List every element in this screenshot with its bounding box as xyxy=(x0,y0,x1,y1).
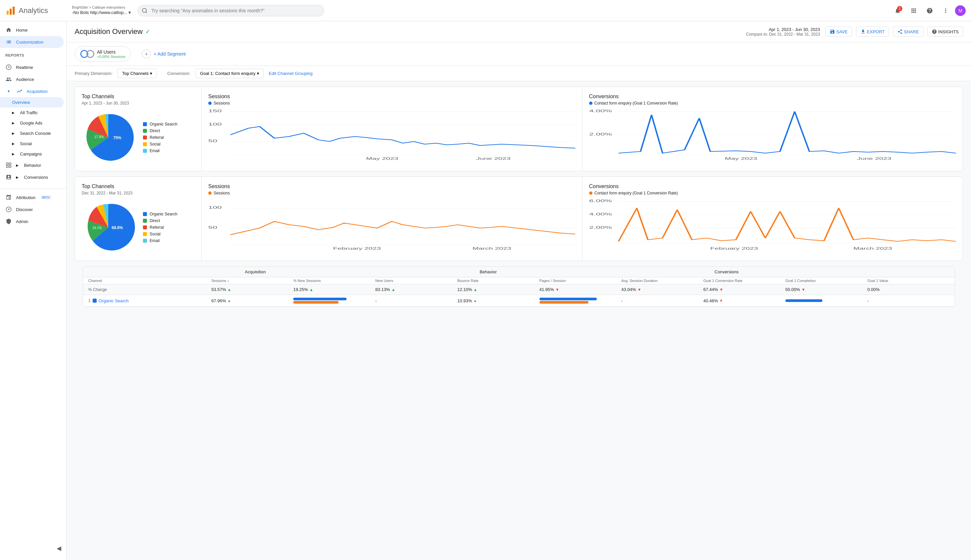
pages-bar-blue xyxy=(540,298,597,300)
pie-area-1: 75% 17.9% Organic Search xyxy=(82,111,195,164)
summary-goal1-rate-val: 67.44% xyxy=(704,287,718,292)
primary-dimension-dropdown[interactable]: Top Channels ▾ xyxy=(118,68,157,78)
sidebar-item-all-traffic[interactable]: ▶ All Traffic xyxy=(0,108,64,118)
more-button[interactable] xyxy=(939,4,953,17)
row-channel-name[interactable]: Organic Search xyxy=(99,298,129,303)
new-sessions-col-header[interactable]: % New Sessions xyxy=(293,279,375,283)
new-users-col-header[interactable]: New Users xyxy=(375,279,457,283)
customization-icon xyxy=(5,38,12,45)
behavior-icon xyxy=(5,162,12,168)
sidebar-item-realtime[interactable]: Realtime xyxy=(0,61,64,73)
svg-text:100: 100 xyxy=(208,205,222,209)
row-goal1-value: - xyxy=(867,298,949,303)
sidebar-item-conversions[interactable]: ▶ Conversions xyxy=(0,171,64,183)
row-goal1-rate-arrow: ▼ xyxy=(719,298,723,303)
notifications-button[interactable]: 1 xyxy=(891,4,904,17)
add-segment-button[interactable]: + + Add Segment xyxy=(136,47,191,61)
conversions-line-chart-2: 6.00% 4.00% 2.00% February 2023 March 20… xyxy=(589,198,956,252)
chart4-title: Top Channels xyxy=(82,183,195,190)
sidebar-item-social[interactable]: ▶ Social xyxy=(0,138,64,149)
insights-button[interactable]: INSIGHTS xyxy=(928,27,963,37)
channel-col-header[interactable]: Channel xyxy=(88,279,211,283)
verified-icon: ✓ xyxy=(145,28,150,35)
sidebar-item-acquisition[interactable]: ▾ Acquisition xyxy=(0,85,64,97)
legend-item-email-2: Email xyxy=(143,238,177,243)
sessions-dot-2 xyxy=(208,192,212,195)
search-wrapper xyxy=(138,5,324,16)
sidebar-item-attribution[interactable]: Attribution BETA xyxy=(0,192,64,203)
help-button[interactable] xyxy=(923,4,936,17)
summary-avg-session: 43.04% ▼ xyxy=(622,287,704,292)
page-title: Acquisition Overview xyxy=(75,27,143,36)
sidebar-item-overview[interactable]: Overview xyxy=(0,97,64,108)
legend-2: Organic Search Direct Referral xyxy=(143,212,177,243)
conversion-label: Conversion: xyxy=(167,71,190,76)
svg-text:75%: 75% xyxy=(113,135,121,140)
sidebar-item-home[interactable]: Home xyxy=(0,24,64,36)
summary-pages-session: 41.95% ▼ xyxy=(540,287,622,292)
summary-new-sessions-val: 19.25% xyxy=(293,287,308,292)
summary-avg-session-val: 43.04% xyxy=(622,287,636,292)
conversion-dropdown[interactable]: Goal 1: Contact form enquiry ▾ xyxy=(196,68,263,78)
sidebar-item-admin[interactable]: Admin xyxy=(0,215,64,227)
avg-session-col-header[interactable]: Avg. Session Duration xyxy=(622,279,704,283)
account-selector[interactable]: BrightSite > Calliope-Interpreters -No B… xyxy=(69,4,134,17)
collapse-sidebar-button[interactable]: ◀ xyxy=(54,542,64,555)
goal1-rate-col-header[interactable]: Goal 1 Conversion Rate xyxy=(704,279,785,283)
sidebar-item-audience[interactable]: Audience xyxy=(0,73,64,85)
chart4-date: Dec 31, 2022 - Mar 31, 2023 xyxy=(82,191,195,195)
row-new-sessions-bar xyxy=(293,298,375,303)
legend-label-direct: Direct xyxy=(150,128,160,133)
goal1-completion-col-header[interactable]: Goal 1 Completion xyxy=(785,279,867,283)
goal1-value-col-header[interactable]: Goal 1 Value xyxy=(867,279,949,283)
export-button[interactable]: EXPORT xyxy=(856,27,889,37)
summary-bounce-arrow: ▲ xyxy=(473,287,478,292)
chart1-title: Top Channels xyxy=(82,93,195,100)
all-users-segment[interactable]: All Users +0.00% Sessions xyxy=(75,46,131,62)
search-input[interactable] xyxy=(138,5,324,16)
charts-row-2: Top Channels Dec 31, 2022 - Mar 31, 2023 xyxy=(75,177,963,261)
row-new-users: - xyxy=(375,298,457,303)
avatar[interactable]: M xyxy=(955,5,966,16)
sidebar-item-search-console[interactable]: ▶ Search Console xyxy=(0,128,64,138)
row-goal1-rate-val: 40.46% xyxy=(704,298,718,303)
apps-button[interactable] xyxy=(907,4,920,17)
save-button[interactable]: SAVE xyxy=(826,27,852,37)
edit-channel-grouping-link[interactable]: Edit Channel Grouping xyxy=(269,71,313,76)
summary-pages-session-val: 41.95% xyxy=(540,287,554,292)
svg-text:4.00%: 4.00% xyxy=(589,212,612,216)
sidebar-reports: Realtime Audience ▾ Acquisition xyxy=(0,58,66,186)
sessions-col-header[interactable]: Sessions ↕ xyxy=(211,279,293,283)
audience-icon xyxy=(5,76,12,83)
chart3-title: Conversions xyxy=(589,93,956,100)
bounce-rate-col-header[interactable]: Bounce Rate xyxy=(457,279,539,283)
sidebar-item-google-ads[interactable]: ▶ Google Ads xyxy=(0,118,64,128)
share-button[interactable]: SHARE xyxy=(893,27,923,37)
summary-label: % Change xyxy=(88,287,211,292)
segment-info: All Users +0.00% Sessions xyxy=(97,49,125,58)
row-bounce-rate: 10.93% ▲ xyxy=(457,298,539,303)
sidebar-item-discover[interactable]: Discover xyxy=(0,203,64,215)
legend-label-referral: Referral xyxy=(150,135,164,140)
legend-label-direct-2: Direct xyxy=(150,218,160,223)
chart1-date: Apr 1, 2023 - Jun 30, 2023 xyxy=(82,101,195,105)
legend-item-email: Email xyxy=(143,148,177,153)
chart2-title: Sessions xyxy=(208,93,575,100)
legend-item-direct: Direct xyxy=(143,128,177,133)
sidebar-item-behavior[interactable]: ▶ Behavior xyxy=(0,159,64,171)
sidebar-item-campaigns[interactable]: ▶ Campaigns xyxy=(0,149,64,159)
page-title-area: Acquisition Overview ✓ xyxy=(75,27,150,36)
pages-session-col-header[interactable]: Pages / Session xyxy=(540,279,622,283)
svg-rect-7 xyxy=(6,166,8,167)
svg-text:6.00%: 6.00% xyxy=(589,199,612,203)
summary-sessions-val: 53.57% xyxy=(211,287,226,292)
new-sessions-bar-orange xyxy=(293,301,338,303)
breadcrumb: BrightSite > Calliope-Interpreters -No B… xyxy=(72,5,131,16)
sidebar-all-traffic-label: All Traffic xyxy=(20,110,38,115)
sidebar-overview-label: Overview xyxy=(12,100,30,105)
dimension-row: Primary Dimension: Top Channels ▾ Conver… xyxy=(67,66,971,81)
sidebar-item-customization[interactable]: Customization xyxy=(0,36,64,48)
svg-rect-2 xyxy=(13,7,15,15)
charts-area: Top Channels Apr 1, 2023 - Jun 30, 2023 xyxy=(67,81,971,318)
segment-bar: All Users +0.00% Sessions + + Add Segmen… xyxy=(67,42,971,66)
